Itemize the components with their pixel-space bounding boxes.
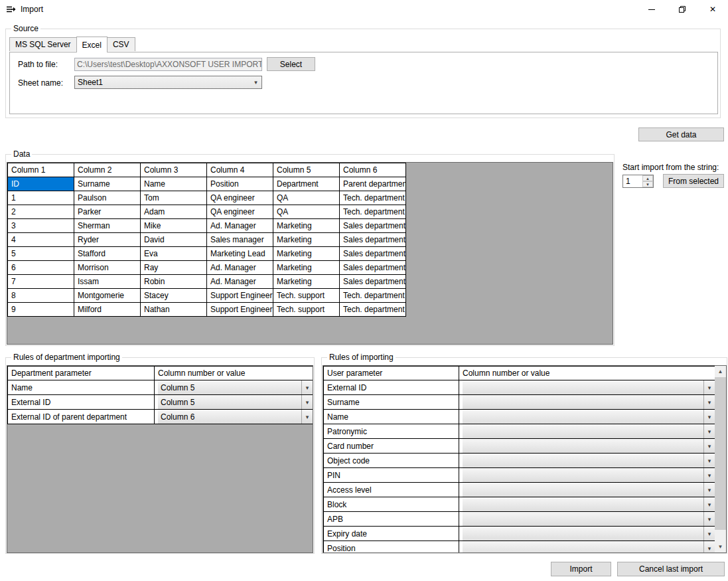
grid-cell[interactable]: Issam	[74, 275, 141, 289]
grid-cell[interactable]: Milford	[74, 303, 141, 317]
scrollbar-down-icon[interactable]: ▼	[715, 541, 726, 552]
user-value-select[interactable]: ▾	[463, 424, 715, 438]
grid-cell[interactable]: Mike	[141, 219, 207, 233]
grid-cell[interactable]: Surname	[74, 177, 141, 191]
path-to-file-input[interactable]: C:\Users\test\Desktop\AXXONSOFT USER IMP…	[74, 58, 262, 71]
grid-cell[interactable]: Paulson	[74, 191, 141, 205]
grid-cell[interactable]: Sherman	[74, 219, 141, 233]
grid-cell[interactable]: QA	[273, 191, 340, 205]
grid-cell[interactable]: Ad. Manager	[207, 219, 273, 233]
column-header[interactable]: Column 2	[74, 163, 141, 177]
grid-cell[interactable]: QA	[273, 205, 340, 219]
grid-cell[interactable]: Ryder	[74, 233, 141, 247]
grid-cell[interactable]: Department	[273, 177, 340, 191]
spinner-up-icon[interactable]: ▲	[642, 175, 653, 181]
user-value-select[interactable]: ▾	[463, 497, 715, 511]
grid-cell[interactable]: Sales department	[340, 275, 406, 289]
cancel-last-import-button[interactable]: Cancel last import	[617, 562, 725, 576]
grid-cell[interactable]: Sales department	[340, 219, 406, 233]
grid-cell[interactable]: 1	[8, 191, 74, 205]
spinner-down-icon[interactable]: ▼	[642, 181, 653, 187]
grid-cell[interactable]: Eva	[141, 247, 207, 261]
grid-cell[interactable]: Support Engineer	[207, 303, 273, 317]
grid-cell[interactable]: 3	[8, 219, 74, 233]
grid-cell[interactable]: Marketing	[273, 261, 340, 275]
grid-cell[interactable]: 6	[8, 261, 74, 275]
user-value-select[interactable]: ▾	[463, 527, 715, 540]
column-header[interactable]: Column 6	[340, 163, 406, 177]
user-value-select[interactable]: ▾	[463, 468, 715, 482]
grid-cell[interactable]: David	[141, 233, 207, 247]
grid-cell[interactable]: 7	[8, 275, 74, 289]
select-file-button[interactable]: Select	[267, 57, 315, 71]
user-value-select[interactable]: ▾	[463, 395, 715, 409]
grid-cell[interactable]: Marketing	[273, 233, 340, 247]
tab-ms-sql-server[interactable]: MS SQL Server	[9, 37, 77, 51]
grid-cell[interactable]: Robin	[141, 275, 207, 289]
close-button[interactable]: ✕	[697, 0, 728, 19]
user-value-select[interactable]: ▾	[463, 483, 715, 497]
tab-csv[interactable]: CSV	[107, 37, 135, 51]
grid-cell[interactable]: 5	[8, 247, 74, 261]
grid-cell[interactable]: Tech. support	[273, 303, 340, 317]
user-value-select[interactable]: ▾	[463, 410, 715, 424]
column-header[interactable]: Column 3	[141, 163, 207, 177]
grid-cell[interactable]: QA engineer	[207, 205, 273, 219]
grid-cell[interactable]: Stacey	[141, 289, 207, 303]
user-rules-scrollbar[interactable]: ▲ ▼	[715, 366, 726, 552]
grid-cell[interactable]: QA engineer	[207, 191, 273, 205]
department-value-select[interactable]: Column 6 ▾	[158, 410, 313, 424]
grid-cell[interactable]: Ad. Manager	[207, 261, 273, 275]
department-value-select[interactable]: Column 5 ▾	[158, 380, 313, 394]
scrollbar-up-icon[interactable]: ▲	[715, 366, 726, 377]
grid-cell[interactable]: Name	[141, 177, 207, 191]
grid-cell[interactable]: ID	[8, 177, 74, 191]
grid-cell[interactable]: Parent department	[340, 177, 406, 191]
user-value-select[interactable]: ▾	[463, 454, 715, 467]
start-row-spinner[interactable]: 1 ▲ ▼	[622, 175, 654, 188]
grid-cell[interactable]: Parker	[74, 205, 141, 219]
grid-cell[interactable]: Stafford	[74, 247, 141, 261]
grid-cell[interactable]: Ray	[141, 261, 207, 275]
grid-cell[interactable]: 4	[8, 233, 74, 247]
grid-cell[interactable]: Sales department	[340, 247, 406, 261]
from-selected-button[interactable]: From selected	[663, 174, 724, 188]
import-button[interactable]: Import	[551, 562, 611, 576]
grid-cell[interactable]: Tech. department	[340, 289, 406, 303]
grid-cell[interactable]: Morrison	[74, 261, 141, 275]
user-value-select[interactable]: ▾	[463, 439, 715, 453]
grid-cell[interactable]: 8	[8, 289, 74, 303]
grid-cell[interactable]: Tech. department	[340, 205, 406, 219]
grid-cell[interactable]: Sales manager	[207, 233, 273, 247]
grid-cell[interactable]: Sales department	[340, 233, 406, 247]
grid-cell[interactable]: Support Engineer	[207, 289, 273, 303]
grid-cell[interactable]: Sales department	[340, 261, 406, 275]
column-header[interactable]: Column 4	[207, 163, 273, 177]
maximize-button[interactable]	[667, 0, 697, 19]
grid-cell[interactable]: Adam	[141, 205, 207, 219]
scrollbar-thumb[interactable]	[715, 377, 726, 530]
grid-cell[interactable]: Marketing	[273, 219, 340, 233]
sheet-name-select[interactable]: Sheet1 ▾	[74, 76, 262, 89]
get-data-button[interactable]: Get data	[638, 127, 724, 141]
minimize-button[interactable]	[636, 0, 667, 19]
department-value-select[interactable]: Column 5 ▾	[158, 395, 313, 409]
grid-cell[interactable]: Tech. department	[340, 191, 406, 205]
tab-excel[interactable]: Excel	[76, 37, 108, 52]
grid-cell[interactable]: 2	[8, 205, 74, 219]
grid-cell[interactable]: Nathan	[141, 303, 207, 317]
user-value-select[interactable]: ▾	[463, 512, 715, 526]
user-value-select[interactable]: ▾	[463, 541, 715, 553]
grid-cell[interactable]: Tom	[141, 191, 207, 205]
grid-cell[interactable]: Tech. department	[340, 303, 406, 317]
grid-cell[interactable]: Tech. support	[273, 289, 340, 303]
grid-cell[interactable]: Montgomerie	[74, 289, 141, 303]
column-header[interactable]: Column 5	[273, 163, 340, 177]
grid-cell[interactable]: Marketing Lead	[207, 247, 273, 261]
user-value-select[interactable]: ▾	[463, 380, 715, 394]
grid-cell[interactable]: Ad. Manager	[207, 275, 273, 289]
grid-cell[interactable]: 9	[8, 303, 74, 317]
grid-cell[interactable]: Marketing	[273, 247, 340, 261]
grid-cell[interactable]: Marketing	[273, 275, 340, 289]
grid-cell[interactable]: Position	[207, 177, 273, 191]
